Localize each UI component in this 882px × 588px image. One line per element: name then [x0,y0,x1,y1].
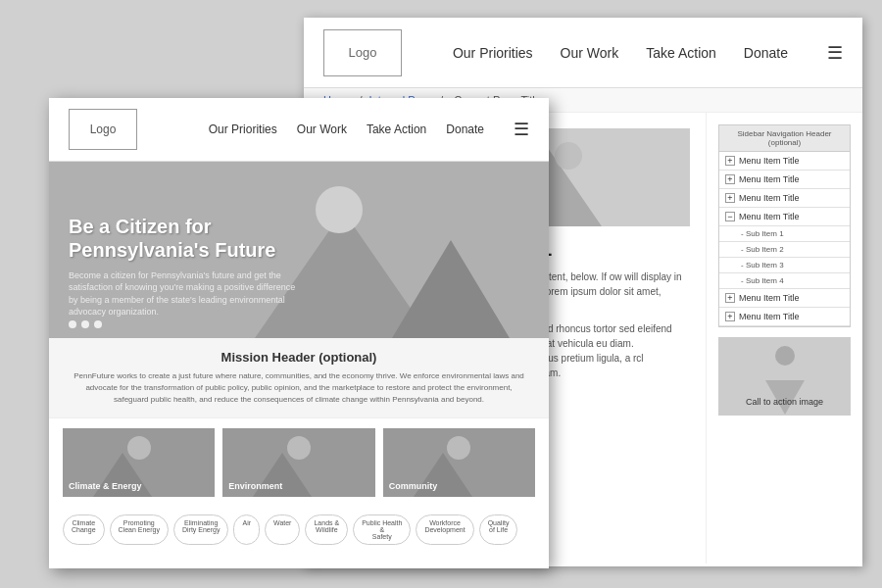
sidebar-nav-item-6[interactable]: + Menu Item Title [719,308,850,326]
front-nav-ourwork[interactable]: Our Work [297,122,347,136]
sidebar-sub-item-3[interactable]: - Sub Item 3 [719,258,850,273]
back-nav-donate[interactable]: Donate [744,45,788,61]
back-header: Logo Our Priorities Our Work Take Action… [304,18,862,88]
front-hero: Be a Citizen for Pennsylvania's Future B… [49,162,549,338]
pill-water[interactable]: Water [265,514,300,545]
card-label-1: Climate & Energy [69,481,142,491]
sidebar-sub-item-2[interactable]: - Sub Item 2 [719,242,850,258]
front-hamburger-icon[interactable]: ☰ [514,119,529,140]
pill-lands-wildlife[interactable]: Lands &Wildlife [305,514,348,545]
topic-pills: ClimateChange PromotingClean Energy Elim… [49,507,549,553]
sidebar-nav-item-5[interactable]: + Menu Item Title [719,289,850,308]
front-nav-donate[interactable]: Donate [446,122,484,136]
plus-icon-2: + [725,174,735,184]
front-document: Logo Our Priorities Our Work Take Action… [49,98,549,568]
sidebar-sub-item-1[interactable]: - Sub Item 1 [719,226,850,242]
front-nav: Our Priorities Our Work Take Action Dona… [209,119,529,140]
dot-3[interactable] [94,320,102,328]
card-label-3: Community [389,481,438,491]
cta-image-box: Call to action image [718,337,851,416]
sun-icon [555,142,582,170]
back-sidebar: Sidebar Navigation Header (optional) + M… [706,113,862,564]
pill-air[interactable]: Air [233,514,260,545]
pill-quality-of-life[interactable]: Qualityof Life [479,514,518,545]
sidebar-nav-item-4[interactable]: − Menu Item Title [719,208,850,226]
card-climate[interactable]: Climate & Energy [63,428,215,497]
sidebar-sub-item-4[interactable]: - Sub Item 4 [719,273,850,289]
sidebar-nav-item-2[interactable]: + Menu Item Title [719,171,850,189]
pill-climate-change[interactable]: ClimateChange [63,514,105,545]
front-nav-priorities[interactable]: Our Priorities [209,122,277,136]
pill-public-health-safety[interactable]: Public Health&Safety [353,514,411,545]
plus-icon-6: + [725,312,735,321]
plus-icon-3: + [725,193,735,203]
sidebar-nav-header: Sidebar Navigation Header (optional) [719,125,850,152]
mission-header: Mission Header (optional) [69,350,529,365]
hero-subtitle: Become a citizen for Pennsylvania's futu… [69,270,304,318]
topic-cards: Climate & Energy Environment Community [49,418,549,507]
pill-workforce-development[interactable]: WorkforceDevelopment [416,514,473,545]
back-nav: Our Priorities Our Work Take Action Dona… [453,42,843,64]
front-logo: Logo [69,109,137,150]
mountain-front-icon [392,240,510,338]
sidebar-nav-item-1[interactable]: + Menu Item Title [719,152,850,171]
minus-icon: − [725,212,735,221]
mission-section: Mission Header (optional) PennFuture wor… [49,338,549,418]
sidebar-nav-item-3[interactable]: + Menu Item Title [719,189,850,208]
cta-person-head-icon [775,346,795,366]
card-community[interactable]: Community [383,428,535,497]
pill-eliminating-dirty-energy[interactable]: EliminatingDirty Energy [173,514,229,545]
back-nav-takeaction[interactable]: Take Action [646,45,716,61]
pill-promoting-clean-energy[interactable]: PromotingClean Energy [110,514,169,545]
cta-label: Call to action image [746,397,823,407]
hero-text-block: Be a Citizen for Pennsylvania's Future B… [69,215,304,318]
back-nav-priorities[interactable]: Our Priorities [453,45,533,61]
back-nav-ourwork[interactable]: Our Work [561,45,619,61]
back-hamburger-icon[interactable]: ☰ [827,42,843,64]
sun-circle-icon [316,186,363,233]
hero-title: Be a Citizen for Pennsylvania's Future [69,215,304,262]
card-environment[interactable]: Environment [222,428,374,497]
dot-2[interactable] [81,320,89,328]
dot-1[interactable] [69,320,76,328]
plus-icon-5: + [725,293,735,303]
plus-icon-1: + [725,156,735,166]
carousel-dots [69,320,102,328]
front-nav-takeaction[interactable]: Take Action [367,122,426,136]
card-label-2: Environment [228,481,282,491]
sidebar-nav-box: Sidebar Navigation Header (optional) + M… [718,124,851,327]
front-header: Logo Our Priorities Our Work Take Action… [49,98,549,162]
mission-text: PennFuture works to create a just future… [69,370,529,406]
back-logo: Logo [323,29,402,76]
